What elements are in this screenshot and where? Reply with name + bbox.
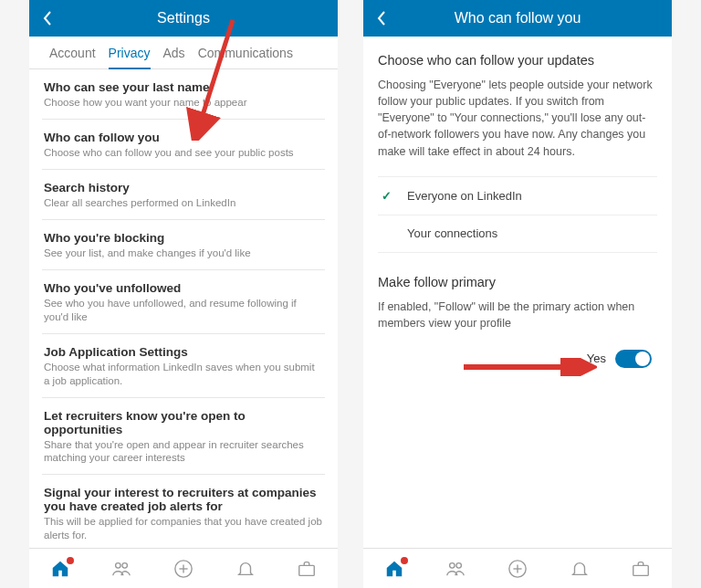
section-follow-primary-desc: If enabled, "Follow" will be the primary… — [378, 299, 657, 331]
toggle-label: Yes — [587, 352, 606, 365]
nav-home[interactable] — [384, 559, 404, 579]
option-everyone[interactable]: ✓ Everyone on LinkedIn — [378, 176, 657, 215]
briefcase-icon — [631, 559, 651, 579]
row-sub: See your list, and make changes if you'd… — [44, 247, 323, 260]
briefcase-icon — [297, 559, 317, 579]
row-sub: Choose what information LinkedIn saves w… — [44, 361, 323, 388]
row-title: Who can follow you — [44, 131, 323, 144]
nav-jobs[interactable] — [297, 559, 317, 579]
chevron-left-icon — [42, 10, 53, 26]
row-sub: Choose who can follow you and see your p… — [44, 146, 323, 160]
option-connections[interactable]: Your connections — [378, 215, 657, 253]
tab-account[interactable]: Account — [49, 46, 96, 68]
row-signal-interest[interactable]: Signal your interest to recruiters at co… — [42, 475, 325, 548]
people-icon — [111, 559, 131, 579]
svg-point-11 — [456, 562, 462, 568]
bottom-nav — [363, 548, 672, 588]
row-unfollowed[interactable]: Who you've unfollowed See who you have u… — [42, 270, 325, 334]
row-title: Job Application Settings — [44, 345, 323, 359]
people-icon — [445, 559, 466, 579]
bell-icon — [235, 559, 256, 579]
follow-settings-screen: Who can follow you Choose who can follow… — [363, 0, 672, 588]
row-sub: Share that you're open and appear in rec… — [44, 438, 323, 466]
row-open-to-opportunities[interactable]: Let recruiters know you're open to oppor… — [42, 398, 325, 476]
row-title: Search history — [44, 181, 323, 194]
nav-network[interactable] — [445, 559, 466, 579]
follow-header: Who can follow you — [363, 0, 672, 37]
plus-circle-icon — [173, 559, 194, 579]
row-title: Let recruiters know you're open to oppor… — [44, 409, 323, 436]
back-button[interactable] — [29, 0, 66, 37]
nav-post[interactable] — [173, 559, 194, 579]
row-title: Signal your interest to recruiters at co… — [44, 486, 323, 513]
svg-point-2 — [116, 562, 120, 568]
bell-icon — [570, 559, 590, 579]
back-button[interactable] — [363, 0, 400, 37]
row-title: Who you've unfollowed — [44, 281, 323, 295]
tab-privacy[interactable]: Privacy — [109, 46, 151, 69]
settings-list: Who can see your last name Choose how yo… — [29, 69, 338, 548]
row-who-can-follow[interactable]: Who can follow you Choose who can follow… — [42, 120, 325, 170]
svg-point-10 — [450, 562, 455, 568]
tab-communications[interactable]: Communications — [198, 46, 293, 68]
svg-rect-7 — [299, 565, 315, 575]
nav-network[interactable] — [111, 559, 131, 579]
bottom-nav — [29, 548, 338, 588]
nav-notifications[interactable] — [570, 559, 590, 579]
row-last-name[interactable]: Who can see your last name Choose how yo… — [42, 69, 325, 120]
settings-screen: Settings Account Privacy Ads Communicati… — [29, 0, 338, 588]
row-sub: Clear all searches performed on LinkedIn — [44, 196, 323, 210]
check-icon: ✓ — [382, 189, 392, 203]
nav-home[interactable] — [50, 559, 70, 579]
section-choose-follow-title: Choose who can follow your updates — [378, 53, 657, 68]
row-search-history[interactable]: Search history Clear all searches perfor… — [42, 170, 325, 220]
option-label: Your connections — [407, 226, 497, 240]
settings-tabs: Account Privacy Ads Communications — [29, 37, 338, 69]
page-title: Who can follow you — [363, 10, 672, 26]
section-choose-follow-desc: Choosing "Everyone" lets people outside … — [378, 77, 657, 160]
nav-post[interactable] — [507, 559, 528, 579]
svg-rect-15 — [633, 565, 649, 575]
row-title: Who you're blocking — [44, 231, 323, 245]
svg-point-3 — [122, 562, 128, 568]
plus-circle-icon — [507, 559, 528, 579]
page-title: Settings — [29, 10, 338, 26]
row-title: Who can see your last name — [44, 80, 323, 94]
follow-primary-toggle[interactable] — [615, 350, 652, 368]
settings-header: Settings — [29, 0, 338, 37]
row-job-app-settings[interactable]: Job Application Settings Choose what inf… — [42, 334, 325, 398]
follow-primary-toggle-row: Yes — [378, 350, 657, 368]
row-blocking[interactable]: Who you're blocking See your list, and m… — [42, 220, 325, 270]
nav-jobs[interactable] — [631, 559, 651, 579]
tab-ads[interactable]: Ads — [163, 46, 185, 68]
notification-badge — [401, 557, 408, 564]
section-follow-primary-title: Make follow primary — [378, 275, 657, 289]
chevron-left-icon — [376, 10, 387, 26]
notification-badge — [67, 557, 74, 564]
row-sub: See who you have unfollowed, and resume … — [44, 297, 323, 324]
row-sub: Choose how you want your name to appear — [44, 96, 323, 110]
nav-notifications[interactable] — [235, 559, 256, 579]
follow-content: Choose who can follow your updates Choos… — [363, 37, 672, 548]
row-sub: This will be applied for companies that … — [44, 515, 323, 542]
option-label: Everyone on LinkedIn — [407, 189, 522, 203]
